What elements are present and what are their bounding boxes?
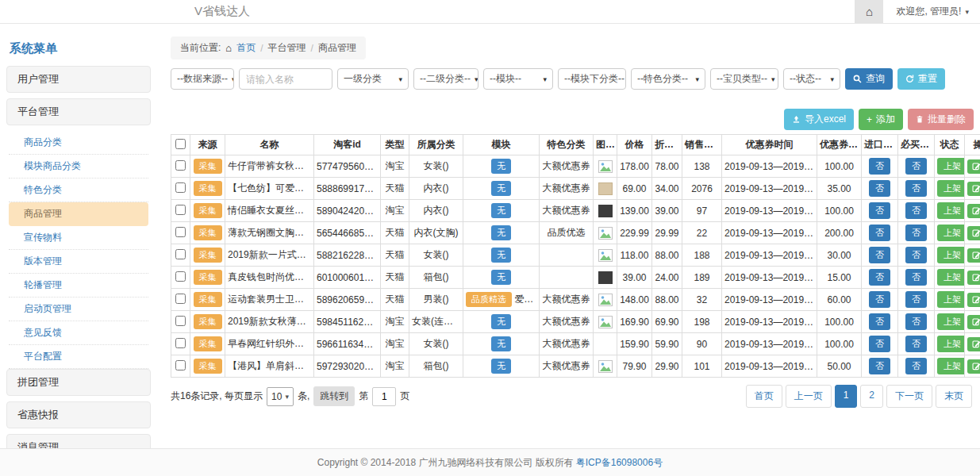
sidebar-item[interactable]: 意见反馈 [9,321,148,345]
imported-toggle[interactable]: 否 [869,336,890,352]
welcome-text: 欢迎您, 管理员! [896,5,961,18]
breadcrumb: 当前位置: ⌂ 首页 / 平台管理 / 商品管理 [171,36,366,60]
must-buy-toggle[interactable]: 否 [905,358,927,374]
must-buy-toggle[interactable]: 否 [905,336,927,352]
sidebar-item[interactable]: 模块商品分类 [9,155,148,178]
must-buy-toggle[interactable]: 否 [905,202,927,219]
column-header: 淘客id [314,135,381,155]
sidebar-item[interactable]: 商品管理 [9,202,148,226]
row-checkbox[interactable] [175,316,186,326]
module-cell: 无 [463,244,540,267]
row-checkbox[interactable] [175,182,186,193]
row-checkbox[interactable] [175,360,186,370]
edit-button[interactable] [967,204,980,218]
must-buy-toggle[interactable]: 否 [905,247,927,263]
row-checkbox[interactable] [175,338,186,348]
must-buy-toggle[interactable]: 否 [905,291,927,308]
edit-button[interactable] [967,359,980,374]
batch-delete-button[interactable]: 批量删除 [908,109,974,130]
imported-toggle[interactable]: 否 [869,247,890,263]
status-toggle[interactable]: 上架 [937,180,965,197]
jump-page-input[interactable] [372,387,396,406]
user-menu[interactable]: 欢迎您, 管理员! ▾ [883,5,980,18]
row-checkbox[interactable] [175,271,186,282]
sidebar-item[interactable]: 拼团管理 [6,369,151,396]
imported-toggle[interactable]: 否 [869,180,890,197]
row-checkbox[interactable] [175,227,186,237]
page-button[interactable]: 1 [835,385,858,408]
must-buy-toggle[interactable]: 否 [905,313,927,330]
jump-to-button[interactable]: 跳转到 [313,386,355,406]
imported-toggle[interactable]: 否 [869,269,890,286]
must-buy-toggle[interactable]: 否 [905,269,927,286]
source-badge: 采集 [194,225,222,240]
sidebar-item[interactable]: 平台配置 [9,345,148,369]
status-toggle[interactable]: 上架 [937,313,965,330]
sidebar-item[interactable]: 平台管理 [6,98,151,125]
filter-select-level2[interactable]: --二级分类--▾ [413,68,478,90]
page-button[interactable]: 下一页 [886,385,932,408]
sidebar-item[interactable]: 轮播管理 [9,274,148,298]
search-button[interactable]: 查询 [845,68,893,90]
imported-toggle[interactable]: 否 [869,313,890,330]
edit-button[interactable] [967,248,980,263]
icon-cell [594,355,617,378]
status-toggle[interactable]: 上架 [937,225,965,241]
page-button[interactable]: 2 [860,385,883,408]
imported-toggle[interactable]: 否 [869,202,890,219]
per-page-select[interactable]: 10 ▾ [267,387,294,406]
row-checkbox[interactable] [175,205,186,215]
page-button[interactable]: 首页 [746,385,782,408]
filter-select-module[interactable]: --模块--▾ [483,68,553,90]
sidebar-item[interactable]: 省惠快报 [6,401,151,428]
product-thumbnail-icon [598,227,613,240]
edit-button[interactable] [967,226,980,240]
filter-select-item-type[interactable]: --宝贝类型--▾ [710,68,778,90]
edit-button[interactable] [967,293,980,307]
status-toggle[interactable]: 上架 [937,158,965,175]
filter-select-level1[interactable]: 一级分类▾ [337,68,409,90]
page-button[interactable]: 末页 [936,385,972,408]
home-button[interactable]: ⌂ [855,0,883,23]
imported-toggle[interactable]: 否 [869,358,890,374]
reset-button[interactable]: 重置 [897,68,945,90]
row-checkbox[interactable] [175,160,186,171]
sidebar-item[interactable]: 启动页管理 [9,298,148,321]
status-toggle[interactable]: 上架 [937,202,965,219]
row-checkbox[interactable] [175,249,186,259]
edit-button[interactable] [967,271,980,285]
row-checkbox[interactable] [175,294,186,304]
edit-button[interactable] [967,182,980,196]
name-search-input[interactable] [239,68,332,90]
add-button[interactable]: + 添加 [859,109,903,130]
breadcrumb-home-link[interactable]: 首页 [236,41,256,55]
sidebar-item[interactable]: 特色分类 [9,178,148,202]
status-toggle[interactable]: 上架 [937,291,965,308]
imported-toggle[interactable]: 否 [869,225,890,241]
filter-select-status[interactable]: --状态--▾ [783,68,840,90]
edit-button[interactable] [967,159,980,174]
filter-select-module-sub[interactable]: --模块下分类--▾ [558,68,626,90]
select-all-checkbox[interactable] [175,139,186,149]
page-button[interactable]: 上一页 [786,385,832,408]
filter-select-feature[interactable]: --特色分类--▾ [631,68,705,90]
status-toggle[interactable]: 上架 [937,336,965,352]
sidebar-item[interactable]: 宣传物料 [9,226,148,250]
must-buy-toggle[interactable]: 否 [905,225,927,241]
sidebar-item[interactable]: 消息管理 [6,434,151,448]
imported-toggle[interactable]: 否 [869,158,890,175]
edit-button[interactable] [967,315,980,329]
imported-toggle[interactable]: 否 [869,291,890,308]
edit-button[interactable] [967,337,980,351]
filter-select-source[interactable]: --数据来源--▾ [171,68,234,90]
sidebar-item[interactable]: 用户管理 [6,66,151,93]
icp-link[interactable]: 粤ICP备16098006号 [576,456,663,470]
import-excel-button[interactable]: 导入excel [784,109,854,130]
status-toggle[interactable]: 上架 [937,269,965,286]
must-buy-toggle[interactable]: 否 [905,180,927,197]
sidebar-item[interactable]: 版本管理 [9,250,148,274]
must-buy-toggle[interactable]: 否 [905,158,927,175]
status-toggle[interactable]: 上架 [937,247,965,263]
sidebar-item[interactable]: 商品分类 [9,131,148,155]
status-toggle[interactable]: 上架 [937,358,965,374]
